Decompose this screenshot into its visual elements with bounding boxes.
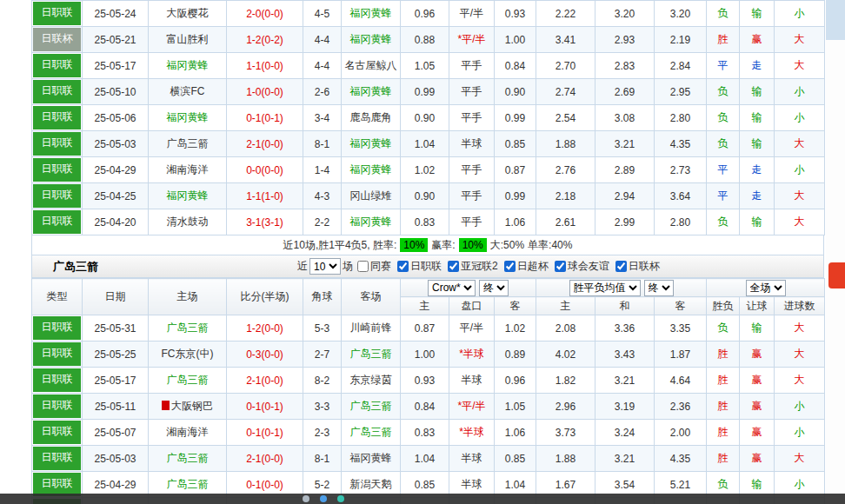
- home-team-link[interactable]: 福冈黄蜂: [149, 105, 227, 131]
- handicap-trend: 走: [740, 183, 775, 209]
- home-team-link[interactable]: 福冈黄蜂: [149, 183, 227, 209]
- corners: 8-1: [303, 446, 342, 472]
- asian-away-odds: 1.06: [495, 420, 536, 446]
- away-team-link[interactable]: 冈山绿雉: [342, 183, 401, 209]
- away-team-link[interactable]: 川崎前锋: [342, 315, 401, 342]
- league-type-cell: 日职联: [32, 446, 83, 472]
- asian-handicap: 半球: [449, 446, 495, 472]
- filter-league-2[interactable]: 亚冠联2: [443, 259, 498, 274]
- home-team-link[interactable]: 广岛三箭: [149, 131, 227, 157]
- euro-home-odds: 3.73: [536, 420, 595, 446]
- match-row: 日职联 25-04-20 清水鼓动 3-1(3-1) 2-2 福冈黄蜂 0.83…: [32, 209, 825, 235]
- match-date: 25-04-25: [83, 183, 149, 209]
- match-row: 日职联 25-05-17 广岛三箭 2-1(0-0) 8-2 东京绿茵 0.93…: [32, 368, 825, 394]
- asian-home-odds: 0.96: [401, 1, 449, 27]
- match-row: 日职联 25-04-25 福冈黄蜂 1-1(1-0) 4-3 冈山绿雉 0.90…: [32, 183, 825, 209]
- euro-away-odds: 2.19: [655, 27, 707, 53]
- match-count-select[interactable]: 10: [309, 258, 341, 275]
- filter-league-3[interactable]: 日超杯: [500, 259, 549, 274]
- away-team-link[interactable]: 福冈黄蜂: [342, 209, 401, 235]
- corners: 3-4: [303, 105, 342, 131]
- match-date: 25-05-17: [83, 368, 149, 394]
- league-type-cell: 日职联: [32, 183, 83, 209]
- corners: 5-3: [303, 315, 342, 342]
- away-team-link[interactable]: 广岛三箭: [342, 420, 401, 446]
- asian-final-select[interactable]: 终: [479, 280, 509, 296]
- asian-home-odds: 0.83: [401, 420, 449, 446]
- goals-trend: 小: [775, 105, 825, 131]
- filter-league-4[interactable]: 球会友谊: [550, 259, 609, 274]
- euro-away-odds: 3.35: [655, 315, 707, 342]
- away-team-link[interactable]: 福冈黄蜂: [342, 27, 401, 53]
- score-halftime: 1-0(0-0): [227, 79, 303, 105]
- filter-league-3-input[interactable]: [504, 261, 516, 272]
- euro-home-odds: 2.76: [536, 157, 595, 183]
- asian-away-odds: 1.02: [495, 315, 536, 342]
- handicap-trend: 走: [740, 53, 775, 79]
- asian-away-odds: 1.06: [495, 209, 536, 235]
- away-team-link[interactable]: 福冈黄蜂: [342, 157, 401, 183]
- league-badge: 日职联: [33, 395, 81, 418]
- col-euro-home: 主: [536, 297, 595, 315]
- col-goals-trend: 进球数: [775, 297, 825, 315]
- bookmaker-select[interactable]: Crow*: [428, 280, 476, 296]
- asian-home-odds: 0.90: [401, 105, 449, 131]
- score-halftime: 3-1(3-1): [227, 209, 303, 235]
- filter-league-5[interactable]: 日联杯: [611, 259, 660, 274]
- home-team-link[interactable]: 广岛三箭: [149, 315, 227, 342]
- asian-away-odds: 0.84: [495, 53, 536, 79]
- away-team-link[interactable]: 福冈黄蜂: [342, 79, 401, 105]
- filter-league-1-input[interactable]: [397, 261, 409, 272]
- match-row: 日联杯 25-05-21 富山胜利 1-2(0-2) 4-4 福冈黄蜂 0.88…: [32, 27, 825, 53]
- hiroshima-table-header: 类型 日期 主场 比分(半场) 角球 客场 Crow*终 胜平负均值终 全场: [32, 279, 825, 315]
- floating-side-tab[interactable]: [828, 262, 845, 288]
- match-row: 日职联 25-05-03 广岛三箭 2-1(0-0) 8-1 福冈黄蜂 1.04…: [32, 446, 825, 472]
- filter-league-5-input[interactable]: [615, 261, 627, 272]
- home-team-link[interactable]: 福冈黄蜂: [149, 53, 227, 79]
- euro-final-select[interactable]: 终: [644, 280, 674, 296]
- home-team-link[interactable]: 湘南海洋: [149, 420, 227, 446]
- home-team-link[interactable]: 大阪樱花: [149, 1, 227, 27]
- home-team-link[interactable]: FC东京(中): [149, 342, 227, 368]
- same-competition-input[interactable]: [357, 261, 369, 272]
- filter-league-2-input[interactable]: [448, 261, 459, 272]
- home-team-link[interactable]: 富山胜利: [149, 27, 227, 53]
- euro-average-select[interactable]: 胜平负均值: [569, 280, 641, 296]
- taskbar-app-icon-1[interactable]: [303, 495, 309, 502]
- scope-select[interactable]: 全场: [746, 280, 786, 296]
- euro-draw-odds: 3.43: [595, 342, 655, 368]
- taskbar-app-icon-2[interactable]: [320, 495, 327, 502]
- asian-handicap: 平手: [449, 79, 495, 105]
- match-date: 25-05-25: [83, 342, 149, 368]
- away-team-link[interactable]: 广岛三箭: [342, 342, 401, 368]
- fukuoka-summary-bar: 近10场,胜1平4负5, 胜率:10%赢率:10%大:50%单率:40%: [31, 235, 824, 255]
- handicap-trend: 赢: [740, 446, 775, 472]
- away-team-link[interactable]: 福冈黄蜂: [342, 131, 401, 157]
- home-team-link[interactable]: 广岛三箭: [149, 446, 227, 472]
- home-team-link[interactable]: 大阪钢巴: [149, 394, 227, 420]
- euro-draw-odds: 3.24: [595, 420, 655, 446]
- away-team-link[interactable]: 福冈黄蜂: [342, 446, 401, 472]
- asian-home-odds: 0.88: [401, 27, 449, 53]
- result-trend: 胜: [707, 368, 740, 394]
- filter-league-4-input[interactable]: [555, 261, 566, 272]
- asian-handicap: *半球: [449, 342, 495, 368]
- section-title: 广岛三箭: [53, 259, 98, 275]
- same-competition-checkbox[interactable]: 同赛: [353, 259, 391, 274]
- scrollbar-thumb[interactable]: [826, 0, 845, 40]
- away-team-link[interactable]: 福冈黄蜂: [342, 1, 401, 27]
- goals-trend: 大: [775, 368, 825, 394]
- home-team-link[interactable]: 清水鼓动: [149, 209, 227, 235]
- filter-league-1[interactable]: 日职联: [393, 259, 442, 274]
- asian-handicap: 平手: [449, 183, 495, 209]
- away-team-link[interactable]: 鹿岛鹿角: [342, 105, 401, 131]
- home-team-link[interactable]: 湘南海洋: [149, 157, 227, 183]
- home-team-link[interactable]: 横滨FC: [149, 79, 227, 105]
- away-team-link[interactable]: 名古屋鲸八: [342, 53, 401, 79]
- away-team-link[interactable]: 广岛三箭: [342, 394, 401, 420]
- taskbar-app-icon-3[interactable]: [337, 495, 344, 502]
- home-team-link[interactable]: 广岛三箭: [149, 368, 227, 394]
- away-team-link[interactable]: 东京绿茵: [342, 368, 401, 394]
- taskbar[interactable]: [0, 494, 845, 504]
- euro-home-odds: 3.41: [536, 27, 595, 53]
